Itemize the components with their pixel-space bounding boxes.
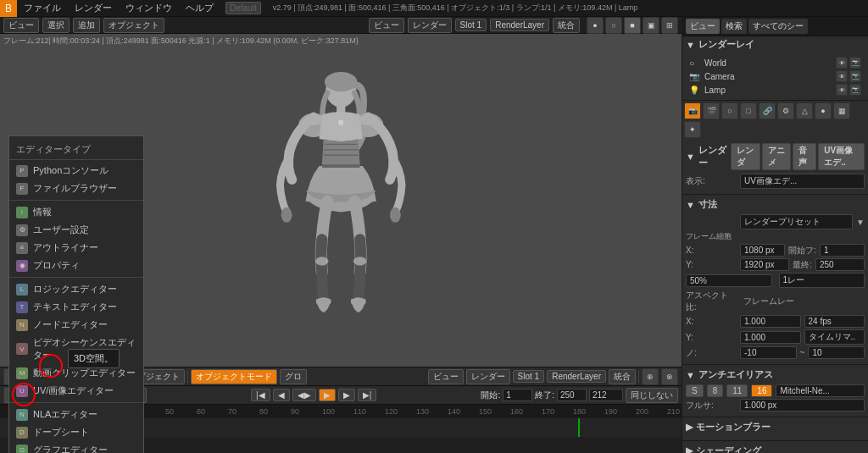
editor-logic[interactable]: L ロジックエディター — [9, 280, 143, 298]
anim-btn[interactable]: アニメ — [762, 143, 792, 170]
viewport-icon-1[interactable]: ● — [587, 17, 604, 34]
editor-node[interactable]: N ノードエディター — [9, 316, 143, 334]
jump-start-btn[interactable]: |◀ — [251, 389, 270, 401]
render-section-title[interactable]: ▼ レンダー レンダ アニメ 音声 UV画像エデ.. — [686, 143, 865, 170]
next-frame-btn[interactable]: ▶ — [338, 389, 355, 401]
border-start[interactable]: -10 — [740, 346, 797, 359]
prev-frame-btn[interactable]: ◀ — [273, 389, 290, 401]
menu-window[interactable]: ウィンドウ — [119, 0, 179, 16]
jump-end-btn[interactable]: ▶| — [358, 389, 377, 401]
global-local-btn[interactable]: グロ — [280, 369, 307, 384]
scene-tab-icon[interactable]: 🎬 — [703, 102, 720, 119]
slot-btn[interactable]: Slot 1 — [513, 370, 545, 383]
camera-eye-icon[interactable]: 👁 — [836, 70, 848, 82]
render-btn[interactable]: レンダ — [731, 143, 760, 170]
editor-info[interactable]: i 情報 — [9, 203, 143, 221]
border-end[interactable]: 10 — [808, 346, 865, 359]
object-mode-btn[interactable]: オブジェクトモード — [191, 369, 277, 384]
composite-btn[interactable]: 統合 — [553, 18, 580, 33]
world-tab-icon[interactable]: ○ — [721, 102, 738, 119]
viewport-view-btn[interactable]: ビュー — [3, 18, 39, 33]
no-sync-btn[interactable]: 同じしない — [626, 388, 678, 403]
viewport-select-btn[interactable]: 選択 — [42, 18, 70, 33]
dimensions-title[interactable]: ▼ 寸法 — [686, 198, 865, 211]
menu-help[interactable]: ヘルプ — [179, 0, 220, 16]
magnet-icon[interactable]: ⊗ — [661, 368, 678, 385]
modifier-tab-icon[interactable]: ⚙ — [777, 102, 794, 119]
render-tab-icon[interactable]: 📷 — [684, 102, 701, 119]
tab-search[interactable]: 検索 — [721, 19, 747, 34]
aa-5[interactable]: S — [686, 384, 704, 397]
res-x-value[interactable]: 1080 px — [740, 244, 785, 257]
current-frame-input[interactable] — [589, 389, 623, 401]
audio-btn[interactable]: 音声 — [793, 143, 816, 170]
tab-view[interactable]: ビュー — [686, 19, 720, 34]
render-mode-btn[interactable]: レンダー — [466, 369, 510, 384]
view-mode-btn[interactable]: ビュー — [428, 369, 464, 384]
menu-render[interactable]: レンダー — [68, 0, 119, 16]
slot-selector[interactable]: Slot 1 — [455, 19, 487, 31]
editor-properties[interactable]: ◉ プロパティ — [9, 257, 143, 274]
outliner-item-lamp[interactable]: 💡 Lamp 👁 📷 — [689, 83, 861, 97]
res-y-value[interactable]: 1920 px — [740, 258, 789, 271]
fps-value[interactable]: 24 fps — [804, 315, 865, 328]
outliner-title[interactable]: ▼ レンダーレイ — [686, 38, 865, 51]
step-value[interactable]: 1レー — [779, 273, 865, 288]
editor-dopesheet[interactable]: D ドープシート — [9, 423, 143, 441]
texture-tab-icon[interactable]: ▦ — [833, 102, 850, 119]
tab-all-scenes[interactable]: すべてのシー — [748, 19, 808, 34]
editor-python-console[interactable]: P Pythonコンソール — [9, 162, 143, 180]
scale-value[interactable]: 50% — [686, 274, 772, 287]
viewport-icon-4[interactable]: ▣ — [643, 17, 659, 34]
aspect-x-value[interactable]: 1.000 — [740, 315, 801, 328]
editor-text[interactable]: T テキストエディター — [9, 298, 143, 316]
editor-outliner[interactable]: ≡ アウトライナー — [9, 239, 143, 257]
start-frame-value[interactable]: 1 — [820, 244, 865, 257]
snap-icon[interactable]: ⊕ — [642, 368, 659, 385]
layout-selector[interactable]: Default — [225, 2, 261, 14]
render-layer-selector[interactable]: RenderLayer — [490, 19, 549, 31]
aa-title[interactable]: ▼ アンチエイリアス — [686, 368, 865, 381]
aa-8[interactable]: 8 — [707, 384, 724, 397]
constraint-tab-icon[interactable]: 🔗 — [759, 102, 776, 119]
viewport-add-btn[interactable]: 追加 — [73, 18, 100, 33]
world-eye-icon[interactable]: 👁 — [836, 57, 848, 69]
editor-uv-image[interactable]: U UV/画像エディター — [9, 382, 143, 400]
viewport-mode-btn[interactable]: ビュー — [369, 18, 404, 33]
object-tab-icon[interactable]: □ — [740, 102, 757, 119]
aa-filter-value[interactable]: Mitchell-Ne... — [776, 384, 865, 397]
render-display-value[interactable]: UV画像エデ... — [740, 174, 865, 189]
presets-dropdown[interactable]: レンダープリセット — [740, 214, 853, 229]
renderlayer-btn[interactable]: RenderLayer — [547, 370, 606, 383]
end-frame-input[interactable] — [557, 389, 587, 401]
editor-graph[interactable]: G グラフエディター — [9, 441, 143, 453]
data-tab-icon[interactable]: △ — [796, 102, 813, 119]
aa-11[interactable]: 11 — [726, 384, 748, 397]
full-sample-value[interactable]: 1.000 px — [740, 399, 865, 412]
composite-btn2[interactable]: 統合 — [609, 369, 636, 384]
editor-user-settings[interactable]: ⚙ ユーザー設定 — [9, 221, 143, 239]
aa-16[interactable]: 16 — [751, 384, 772, 397]
material-tab-icon[interactable]: ● — [815, 102, 832, 119]
play-forward-btn[interactable]: ▶ — [319, 389, 336, 401]
uv-btn[interactable]: UV画像エデ.. — [818, 143, 865, 170]
editor-file-browser[interactable]: F ファイルブラウザー — [9, 180, 143, 197]
viewport-icon-5[interactable]: ⊞ — [661, 17, 678, 34]
world-render-icon[interactable]: 📷 — [849, 57, 861, 69]
lamp-render-icon[interactable]: 📷 — [849, 84, 861, 96]
motion-blur-title[interactable]: ▶ モーションブラー — [686, 421, 865, 434]
aspect-y-value[interactable]: 1.000 — [740, 331, 801, 344]
viewport-icon-2[interactable]: ○ — [605, 17, 622, 34]
time-remap-value[interactable]: タイムリマ.. — [804, 329, 865, 345]
outliner-item-camera[interactable]: 📷 Camera 👁 📷 — [689, 69, 861, 83]
lamp-eye-icon[interactable]: 👁 — [836, 84, 848, 96]
editor-nla[interactable]: N NLAエディター — [9, 406, 143, 423]
viewport-object-btn[interactable]: オブジェクト — [103, 18, 164, 33]
outliner-item-world[interactable]: ○ World 👁 📷 — [689, 56, 861, 69]
viewport-render-btn[interactable]: レンダー — [408, 18, 452, 33]
play-reverse-btn[interactable]: ◀▶ — [292, 389, 316, 401]
shading-title[interactable]: ▶ シェーディング — [686, 445, 865, 453]
particles-tab-icon[interactable]: ✦ — [684, 121, 701, 138]
camera-render-icon[interactable]: 📷 — [849, 70, 861, 82]
start-frame-input[interactable] — [503, 389, 532, 401]
